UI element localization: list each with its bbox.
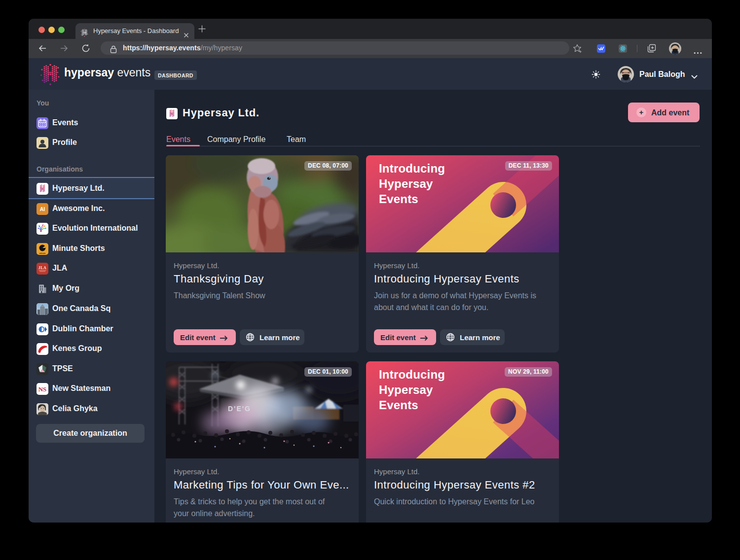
svg-text:JLA: JLA xyxy=(38,266,47,270)
svg-text:AI: AI xyxy=(40,206,45,212)
svg-text:D'E'G: D'E'G xyxy=(228,405,251,413)
svg-text:NS: NS xyxy=(38,385,47,393)
svg-text:minute: minute xyxy=(39,252,46,254)
